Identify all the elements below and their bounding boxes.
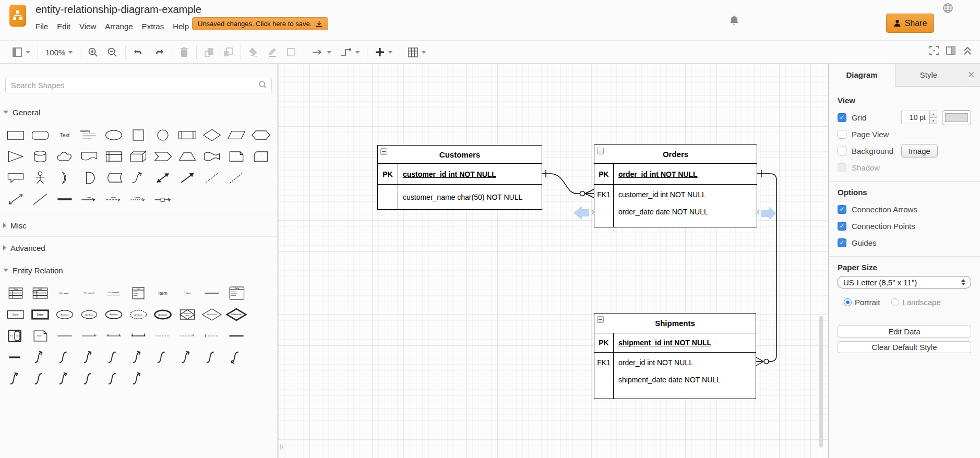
menu-extras[interactable]: Extras [142,22,164,31]
shape-scurve-arrow[interactable] [126,368,150,389]
shape-scurve-arrow[interactable] [52,368,77,389]
share-button[interactable]: Share [886,14,934,33]
shape-attribute-dashed[interactable]: Attribute [126,304,150,325]
shape-textbox[interactable]: Heading [77,124,101,146]
shape-scurve-arrow-down[interactable] [224,346,248,368]
shape-cube[interactable] [126,146,150,167]
language-globe-icon[interactable] [942,3,953,14]
background-image-button[interactable]: Image [901,144,938,158]
to-back-button[interactable] [219,44,237,60]
entity-shipments[interactable]: Shipments PK shipment_id int NOT NULL FK… [594,313,756,399]
close-panel-icon[interactable]: ✕ [962,64,980,86]
shape-dashed-edge[interactable] [101,188,126,210]
canvas-resize-icon[interactable] [279,443,284,452]
shape-step[interactable] [150,146,175,167]
shape-card[interactable] [248,146,273,167]
shape-relationship-bold[interactable]: Relationship [224,304,248,325]
canvas-vertical-scrollbar[interactable] [819,316,823,448]
connection-style-tool[interactable] [307,44,336,60]
grid-size-input[interactable] [901,111,929,124]
edit-data-button[interactable]: Edit Data [838,326,971,338]
shape-ellipse[interactable] [101,124,126,146]
shape-data-storage[interactable] [101,167,126,188]
unsaved-changes-banner[interactable]: Unsaved changes. Click here to save. [192,17,328,30]
shape-item[interactable]: Item [175,282,199,304]
shape-dashed-line[interactable] [199,167,224,188]
grid-color-button[interactable] [942,110,971,125]
shape-square[interactable] [126,124,150,146]
table-tool[interactable] [403,44,430,60]
shape-row-pk[interactable]: PKuniqueId [77,282,101,304]
shape-document[interactable] [77,146,101,167]
shape-diamond[interactable] [199,124,224,146]
insert-tool[interactable] [371,44,397,60]
shape-edge-bold[interactable] [3,346,28,368]
shape-relationship[interactable]: Relationship [199,304,224,325]
shape-note-er[interactable]: Note [28,325,52,346]
shape-scurve-arrow[interactable] [3,368,28,389]
shape-scurve-arrow[interactable] [126,346,150,368]
to-front-button[interactable] [200,44,219,60]
paper-size-select[interactable]: US-Letter (8,5" x 11") [838,276,971,288]
line-color-button[interactable] [263,44,282,60]
background-checkbox[interactable] [838,147,846,155]
shape-scurve[interactable] [199,346,224,368]
notifications-bell-icon[interactable] [728,15,740,27]
menu-edit[interactable]: Edit [57,22,70,31]
shape-attribute[interactable]: Attribute [52,304,77,325]
shape-circle[interactable] [150,124,175,146]
shape-attribute-2[interactable]: Attribute [77,304,101,325]
shape-link-edge[interactable] [77,188,101,210]
zoom-out-button[interactable] [103,44,122,60]
shape-list[interactable]: List [126,282,150,304]
shape-tape[interactable] [199,146,224,167]
entity-row[interactable]: shipment_date date NOT NULL [594,372,756,399]
shape-table-pk[interactable]: TablePK,PK1 [28,282,52,304]
shape-entity-bold[interactable]: Entity [28,304,52,325]
shape-entity[interactable]: Entity [3,304,28,325]
connection-orders-shipments[interactable] [756,170,776,366]
menu-file[interactable]: File [35,22,48,31]
tab-style[interactable]: Style [895,64,962,86]
shape-link-tick-2[interactable] [101,325,126,346]
shape-scurve[interactable] [52,346,77,368]
shape-attribute-underlined[interactable]: Attribute [101,304,126,325]
shape-curve[interactable] [126,167,150,188]
shape-rounded-rectangle[interactable] [28,124,52,146]
fit-page-icon[interactable] [929,45,939,56]
shape-link-bold[interactable] [224,325,248,346]
shape-and[interactable] [77,167,101,188]
entity-row[interactable]: PK order_id int NOT NULL [594,164,757,185]
connection-customers-orders[interactable] [542,170,594,198]
shape-arrow[interactable] [175,167,199,188]
diagram-canvas[interactable]: Customers PK customer_id int NOT NULL cu… [278,64,828,458]
shape-process[interactable] [175,124,199,146]
shape-parallelogram[interactable] [224,124,248,146]
menu-view[interactable]: View [79,22,96,31]
shape-cloud[interactable] [52,146,77,167]
shape-hexagon[interactable] [248,124,273,146]
page-view-checkbox[interactable] [838,130,846,139]
shape-scurve-arrow[interactable] [77,346,101,368]
entity-row[interactable]: PK shipment_id int NOT NULL [594,333,756,353]
shape-trapezoid[interactable] [175,146,199,167]
shape-scurve-arrow[interactable] [175,346,199,368]
shape-link-dotted-2[interactable] [175,325,199,346]
app-logo-icon[interactable] [9,5,26,27]
shadow-checkbox[interactable] [838,163,846,172]
shape-triangle[interactable] [3,146,28,167]
shape-scurve[interactable] [28,368,52,389]
format-panel-toggle-icon[interactable] [946,45,956,56]
shape-associative-entity[interactable]: AssociativeEntity [175,304,199,325]
menu-help[interactable]: Help [173,22,189,31]
shape-bold-line[interactable] [52,188,77,210]
shape-actor[interactable] [28,167,52,188]
entity-row[interactable]: customer_name char(50) NOT NULL [378,185,542,209]
section-general[interactable]: General [0,101,277,123]
shape-line[interactable] [28,188,52,210]
shape-cylinder[interactable] [28,146,52,167]
shape-callout[interactable] [3,167,28,188]
shape-bidirectional-arrow[interactable] [150,167,175,188]
search-shapes-input[interactable] [5,77,272,93]
shape-link-dotted-3[interactable] [199,325,224,346]
